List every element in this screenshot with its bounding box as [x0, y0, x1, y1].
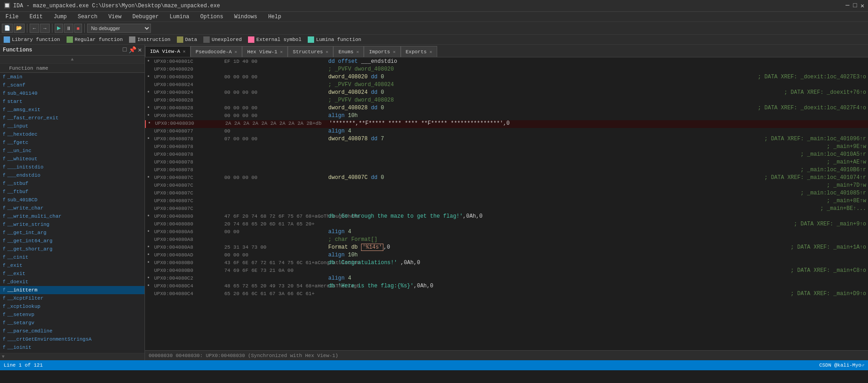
ida-line[interactable]: UPX0:00408078; _main+9E↑w	[145, 143, 868, 151]
ida-line[interactable]: •UPX0:0040807807 00 00 00dword_408078 dd…	[145, 136, 868, 143]
ida-line[interactable]: UPX0:00408078; _main+AE↑w	[145, 159, 868, 167]
function-item[interactable]: f__write_multi_char	[0, 212, 145, 220]
window-controls[interactable]: ─ □ ✕	[846, 2, 864, 10]
function-item[interactable]: f__un_inc	[0, 147, 145, 155]
function-item[interactable]: f__stbuf	[0, 179, 145, 188]
function-item[interactable]: f__hextodec	[0, 130, 145, 138]
tab-hex_view_1[interactable]: Hex View-1✕	[242, 46, 288, 57]
functions-panel-pin[interactable]: 📌	[129, 46, 136, 54]
tab-close-icon[interactable]: ✕	[326, 49, 328, 55]
menu-item-help[interactable]: Help	[266, 14, 283, 20]
tab-close-icon[interactable]: ✕	[234, 49, 237, 55]
ida-line[interactable]: •UPX0:004080AD00 00 00align 10h	[145, 252, 868, 260]
toolbar-run[interactable]: ▶	[55, 24, 63, 33]
function-item[interactable]: f__write_char	[0, 204, 145, 212]
ida-line[interactable]: •UPX0:0040801CEF 1D 40 00dd offset ___en…	[145, 58, 868, 66]
menu-item-search[interactable]: Search	[76, 14, 99, 20]
menu-item-lumina[interactable]: Lumina	[168, 14, 191, 20]
function-item[interactable]: f___endstdio	[0, 171, 145, 179]
tab-close-icon[interactable]: ✕	[183, 49, 186, 54]
close-button[interactable]: ✕	[861, 2, 864, 10]
ida-line[interactable]: UPX0:004080C465 20 66 6C 61 67 3A 66 6C …	[145, 291, 868, 298]
tab-pseudocode_a[interactable]: Pseudocode-A✕	[191, 46, 242, 57]
minimize-button[interactable]: ─	[846, 2, 849, 10]
ida-line[interactable]: UPX0:0040807C; _main+7D↑w	[145, 182, 868, 190]
function-item[interactable]: f__ioinit	[0, 343, 145, 352]
ida-line[interactable]: •UPX0:004080C448 65 72 65 20 49 73 20 54…	[145, 283, 868, 291]
menu-item-edit[interactable]: Edit	[28, 14, 45, 20]
function-item[interactable]: f___initstdio	[0, 163, 145, 171]
toolbar-pause[interactable]: ⏸	[64, 24, 73, 33]
functions-list[interactable]: f_mainf_scanffsub_401140fstartf__amsg_ex…	[0, 73, 145, 353]
ida-line[interactable]: UPX0:0040807C; _main:loc_401085↑r	[145, 190, 868, 198]
function-item[interactable]: f__get_short_arg	[0, 245, 145, 253]
functions-scrollbar[interactable]: ▼	[0, 353, 145, 360]
functions-panel-buttons[interactable]: □ 📌 ✕	[123, 46, 142, 54]
menu-item-view[interactable]: View	[107, 14, 124, 20]
ida-line[interactable]: UPX0:00408078; _main:loc_4010A5↑r	[145, 151, 868, 159]
functions-panel-minimize[interactable]: □	[123, 46, 126, 54]
toolbar-new[interactable]: 📄	[2, 24, 13, 33]
toolbar-open[interactable]: 📂	[14, 24, 25, 33]
function-item[interactable]: f__amsg_exit	[0, 106, 145, 114]
ida-line[interactable]: UPX0:00408078; _main:loc_4010B6↑r	[145, 167, 868, 174]
tab-close-icon[interactable]: ✕	[429, 49, 432, 55]
function-item[interactable]: f__get_int_arg	[0, 229, 145, 237]
ida-line[interactable]: UPX0:00408028; _PVFV dword_408028	[145, 97, 868, 105]
ida-line[interactable]: •UPX0:0040802C00 00 00 00align 10h	[145, 112, 868, 120]
tab-close-icon[interactable]: ✕	[356, 49, 359, 55]
function-item[interactable]: fsub_401BCD	[0, 196, 145, 204]
function-item[interactable]: f__exit	[0, 270, 145, 278]
maximize-button[interactable]: □	[853, 2, 857, 10]
tab-structures[interactable]: Structures✕	[288, 46, 333, 57]
function-item[interactable]: f__initterm	[0, 286, 145, 294]
menu-item-file[interactable]: File	[4, 14, 21, 20]
tab-exports[interactable]: Exports✕	[401, 46, 437, 57]
ida-line[interactable]: •UPX0:0040802800 00 00 00dword_408028 dd…	[145, 105, 868, 112]
tab-enums[interactable]: Enums✕	[333, 46, 364, 57]
ida-line[interactable]: UPX0:004080A8; char Format[]	[145, 236, 868, 244]
function-item[interactable]: fstart	[0, 97, 145, 106]
tab-ida_view_a[interactable]: IDA View-A✕	[145, 46, 191, 57]
function-item[interactable]: f_scanf	[0, 81, 145, 89]
ida-line[interactable]: UPX0:0040807C; _main+8E↑w	[145, 198, 868, 205]
ida-line[interactable]: UPX0:0040808020 74 68 65 20 6D 61 7A 65 …	[145, 221, 868, 229]
ida-line[interactable]: •UPX0:0040808047 6F 20 74 68 72 6F 75 67…	[145, 213, 868, 221]
ida-line[interactable]: UPX0:004080B074 69 6F 6E 73 21 0A 00; DA…	[145, 267, 868, 275]
ida-line[interactable]: •UPX0:0040802000 00 00 00dword_408020 dd…	[145, 74, 868, 82]
function-item[interactable]: f_exit	[0, 261, 145, 270]
function-item[interactable]: f__input	[0, 122, 145, 130]
toolbar-back[interactable]: ←	[30, 24, 39, 33]
function-item[interactable]: f__write_string	[0, 220, 145, 229]
ida-line[interactable]: •UPX0:004080C2align 4	[145, 275, 868, 283]
ida-line[interactable]: UPX0:0040807C; _main+BE↑...	[145, 205, 868, 213]
menu-item-debugger[interactable]: Debugger	[130, 14, 160, 20]
ida-line[interactable]: •UPX0:0040802400 00 00 00dword_408024 dd…	[145, 89, 868, 97]
function-item[interactable]: f__whiteout	[0, 155, 145, 163]
functions-panel-close[interactable]: ✕	[138, 46, 142, 54]
function-item[interactable]: f__setenvp	[0, 311, 145, 319]
function-item[interactable]: f__ftbuf	[0, 188, 145, 196]
ida-view[interactable]: •UPX0:0040801CEF 1D 40 00dd offset ___en…	[145, 57, 868, 350]
debugger-select[interactable]: No debugger	[87, 24, 151, 33]
menu-item-options[interactable]: Options	[198, 14, 225, 20]
function-item[interactable]: f__fast_error_exit	[0, 114, 145, 122]
function-item[interactable]: f__XcptFilter	[0, 294, 145, 302]
ida-line[interactable]: UPX0:00408024; _PVFV dword_408024	[145, 82, 868, 89]
function-item[interactable]: f_doexit	[0, 278, 145, 286]
function-item[interactable]: f_xcptlookup	[0, 302, 145, 311]
function-item[interactable]: fsub_401140	[0, 89, 145, 97]
function-item[interactable]: f__cinit	[0, 253, 145, 261]
tab-close-icon[interactable]: ✕	[280, 49, 283, 55]
ida-line[interactable]: UPX0:00408020; _PVFV dword_408020	[145, 66, 868, 74]
toolbar-stop[interactable]: ■	[74, 24, 82, 33]
function-item[interactable]: f__fgetc	[0, 138, 145, 147]
toolbar-forward[interactable]: →	[40, 24, 50, 33]
function-item[interactable]: f__get_int64_arg	[0, 237, 145, 245]
menu-item-windows[interactable]: Windows	[232, 14, 259, 20]
tab-close-icon[interactable]: ✕	[393, 49, 396, 55]
ida-line[interactable]: •UPX0:0040807C00 00 00 00dword_40807C dd…	[145, 174, 868, 182]
ida-line[interactable]: •UPX0:004080B043 6F 6E 67 72 61 74 75 6C…	[145, 260, 868, 267]
function-item[interactable]: f_main	[0, 73, 145, 81]
menu-item-jump[interactable]: Jump	[52, 14, 69, 20]
